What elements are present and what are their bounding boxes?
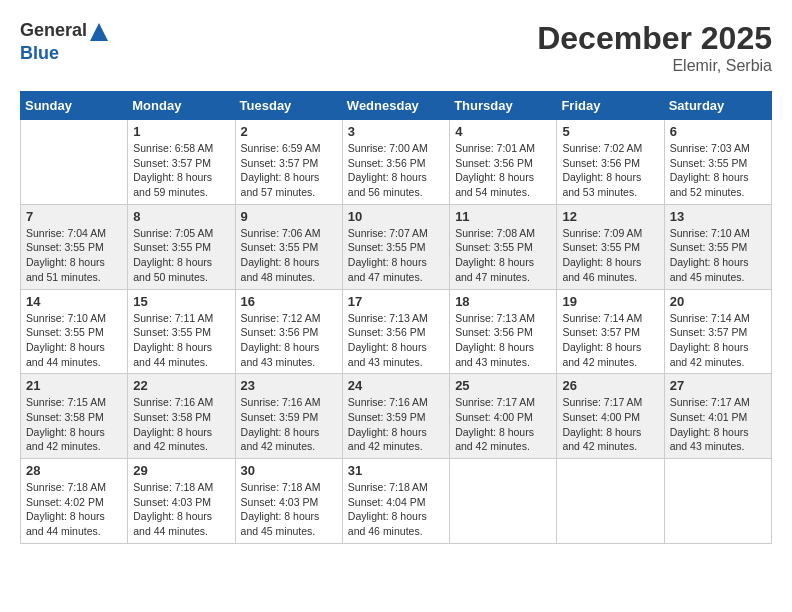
sunrise-text: Sunrise: 7:00 AM: [348, 141, 444, 156]
calendar-cell: 2Sunrise: 6:59 AMSunset: 3:57 PMDaylight…: [235, 120, 342, 205]
location-subtitle: Elemir, Serbia: [537, 57, 772, 75]
sunrise-text: Sunrise: 6:59 AM: [241, 141, 337, 156]
calendar-cell: 27Sunrise: 7:17 AMSunset: 4:01 PMDayligh…: [664, 374, 771, 459]
daylight-text: Daylight: 8 hours and 42 minutes.: [133, 425, 229, 454]
day-number: 27: [670, 378, 766, 393]
sunset-text: Sunset: 3:58 PM: [26, 410, 122, 425]
sunrise-text: Sunrise: 7:14 AM: [562, 311, 658, 326]
weekday-header: Monday: [128, 92, 235, 120]
weekday-header: Thursday: [450, 92, 557, 120]
daylight-text: Daylight: 8 hours and 48 minutes.: [241, 255, 337, 284]
day-info: Sunrise: 7:06 AMSunset: 3:55 PMDaylight:…: [241, 226, 337, 285]
sunrise-text: Sunrise: 6:58 AM: [133, 141, 229, 156]
daylight-text: Daylight: 8 hours and 42 minutes.: [670, 340, 766, 369]
calendar-cell: 15Sunrise: 7:11 AMSunset: 3:55 PMDayligh…: [128, 289, 235, 374]
daylight-text: Daylight: 8 hours and 42 minutes.: [455, 425, 551, 454]
calendar-week-row: 14Sunrise: 7:10 AMSunset: 3:55 PMDayligh…: [21, 289, 772, 374]
sunrise-text: Sunrise: 7:17 AM: [562, 395, 658, 410]
calendar-cell: 16Sunrise: 7:12 AMSunset: 3:56 PMDayligh…: [235, 289, 342, 374]
day-info: Sunrise: 7:12 AMSunset: 3:56 PMDaylight:…: [241, 311, 337, 370]
calendar-cell: 4Sunrise: 7:01 AMSunset: 3:56 PMDaylight…: [450, 120, 557, 205]
sunrise-text: Sunrise: 7:05 AM: [133, 226, 229, 241]
logo-text: General Blue: [20, 20, 111, 64]
day-info: Sunrise: 7:09 AMSunset: 3:55 PMDaylight:…: [562, 226, 658, 285]
sunset-text: Sunset: 4:00 PM: [455, 410, 551, 425]
month-year-title: December 2025: [537, 20, 772, 57]
day-info: Sunrise: 7:18 AMSunset: 4:03 PMDaylight:…: [241, 480, 337, 539]
daylight-text: Daylight: 8 hours and 51 minutes.: [26, 255, 122, 284]
daylight-text: Daylight: 8 hours and 42 minutes.: [348, 425, 444, 454]
day-info: Sunrise: 7:03 AMSunset: 3:55 PMDaylight:…: [670, 141, 766, 200]
day-number: 11: [455, 209, 551, 224]
weekday-header: Tuesday: [235, 92, 342, 120]
sunrise-text: Sunrise: 7:10 AM: [26, 311, 122, 326]
daylight-text: Daylight: 8 hours and 46 minutes.: [562, 255, 658, 284]
sunset-text: Sunset: 3:56 PM: [562, 156, 658, 171]
daylight-text: Daylight: 8 hours and 43 minutes.: [670, 425, 766, 454]
sunset-text: Sunset: 3:55 PM: [241, 240, 337, 255]
daylight-text: Daylight: 8 hours and 44 minutes.: [133, 509, 229, 538]
daylight-text: Daylight: 8 hours and 47 minutes.: [348, 255, 444, 284]
day-info: Sunrise: 7:10 AMSunset: 3:55 PMDaylight:…: [26, 311, 122, 370]
sunrise-text: Sunrise: 7:13 AM: [455, 311, 551, 326]
weekday-header-row: SundayMondayTuesdayWednesdayThursdayFrid…: [21, 92, 772, 120]
day-number: 18: [455, 294, 551, 309]
calendar-cell: 9Sunrise: 7:06 AMSunset: 3:55 PMDaylight…: [235, 204, 342, 289]
daylight-text: Daylight: 8 hours and 44 minutes.: [26, 509, 122, 538]
sunset-text: Sunset: 4:00 PM: [562, 410, 658, 425]
daylight-text: Daylight: 8 hours and 47 minutes.: [455, 255, 551, 284]
sunrise-text: Sunrise: 7:09 AM: [562, 226, 658, 241]
calendar-cell: 23Sunrise: 7:16 AMSunset: 3:59 PMDayligh…: [235, 374, 342, 459]
sunrise-text: Sunrise: 7:08 AM: [455, 226, 551, 241]
calendar-cell: 22Sunrise: 7:16 AMSunset: 3:58 PMDayligh…: [128, 374, 235, 459]
day-number: 30: [241, 463, 337, 478]
sunset-text: Sunset: 3:58 PM: [133, 410, 229, 425]
weekday-header: Saturday: [664, 92, 771, 120]
sunset-text: Sunset: 4:03 PM: [133, 495, 229, 510]
title-area: December 2025 Elemir, Serbia: [537, 20, 772, 75]
day-info: Sunrise: 7:13 AMSunset: 3:56 PMDaylight:…: [348, 311, 444, 370]
day-number: 20: [670, 294, 766, 309]
page-header: General Blue December 2025 Elemir, Serbi…: [20, 20, 772, 75]
day-number: 29: [133, 463, 229, 478]
day-number: 24: [348, 378, 444, 393]
day-number: 10: [348, 209, 444, 224]
daylight-text: Daylight: 8 hours and 43 minutes.: [241, 340, 337, 369]
calendar-cell: 31Sunrise: 7:18 AMSunset: 4:04 PMDayligh…: [342, 459, 449, 544]
calendar-cell: [21, 120, 128, 205]
daylight-text: Daylight: 8 hours and 54 minutes.: [455, 170, 551, 199]
day-info: Sunrise: 6:58 AMSunset: 3:57 PMDaylight:…: [133, 141, 229, 200]
day-number: 22: [133, 378, 229, 393]
calendar-cell: 25Sunrise: 7:17 AMSunset: 4:00 PMDayligh…: [450, 374, 557, 459]
sunrise-text: Sunrise: 7:12 AM: [241, 311, 337, 326]
calendar-week-row: 7Sunrise: 7:04 AMSunset: 3:55 PMDaylight…: [21, 204, 772, 289]
sunset-text: Sunset: 3:55 PM: [455, 240, 551, 255]
daylight-text: Daylight: 8 hours and 45 minutes.: [241, 509, 337, 538]
day-info: Sunrise: 7:05 AMSunset: 3:55 PMDaylight:…: [133, 226, 229, 285]
sunrise-text: Sunrise: 7:16 AM: [348, 395, 444, 410]
daylight-text: Daylight: 8 hours and 43 minutes.: [348, 340, 444, 369]
sunset-text: Sunset: 3:57 PM: [562, 325, 658, 340]
sunset-text: Sunset: 4:02 PM: [26, 495, 122, 510]
calendar-cell: 1Sunrise: 6:58 AMSunset: 3:57 PMDaylight…: [128, 120, 235, 205]
daylight-text: Daylight: 8 hours and 56 minutes.: [348, 170, 444, 199]
calendar-cell: 30Sunrise: 7:18 AMSunset: 4:03 PMDayligh…: [235, 459, 342, 544]
sunset-text: Sunset: 3:57 PM: [133, 156, 229, 171]
sunrise-text: Sunrise: 7:01 AM: [455, 141, 551, 156]
logo-blue: Blue: [20, 43, 59, 63]
daylight-text: Daylight: 8 hours and 46 minutes.: [348, 509, 444, 538]
calendar-cell: 13Sunrise: 7:10 AMSunset: 3:55 PMDayligh…: [664, 204, 771, 289]
calendar-cell: [557, 459, 664, 544]
sunset-text: Sunset: 3:55 PM: [670, 156, 766, 171]
sunrise-text: Sunrise: 7:14 AM: [670, 311, 766, 326]
sunset-text: Sunset: 4:01 PM: [670, 410, 766, 425]
calendar-cell: 26Sunrise: 7:17 AMSunset: 4:00 PMDayligh…: [557, 374, 664, 459]
day-number: 25: [455, 378, 551, 393]
day-info: Sunrise: 7:18 AMSunset: 4:03 PMDaylight:…: [133, 480, 229, 539]
calendar-cell: 29Sunrise: 7:18 AMSunset: 4:03 PMDayligh…: [128, 459, 235, 544]
calendar-week-row: 28Sunrise: 7:18 AMSunset: 4:02 PMDayligh…: [21, 459, 772, 544]
day-number: 4: [455, 124, 551, 139]
sunrise-text: Sunrise: 7:18 AM: [26, 480, 122, 495]
sunset-text: Sunset: 3:56 PM: [348, 325, 444, 340]
calendar-cell: 17Sunrise: 7:13 AMSunset: 3:56 PMDayligh…: [342, 289, 449, 374]
